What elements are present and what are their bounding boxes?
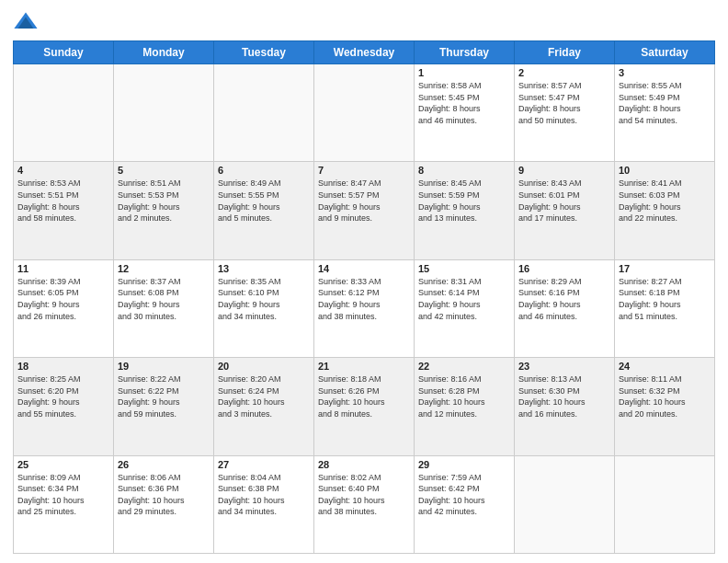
day-number: 24 [619, 361, 711, 372]
day-info: Sunrise: 8:13 AMSunset: 6:30 PMDaylight:… [518, 373, 610, 419]
day-info: Sunrise: 8:11 AMSunset: 6:32 PMDaylight:… [619, 373, 711, 419]
day-number: 8 [418, 165, 510, 176]
day-number: 9 [518, 165, 610, 176]
day-info: Sunrise: 8:33 AMSunset: 6:12 PMDaylight:… [318, 276, 410, 322]
calendar-cell [314, 64, 415, 162]
header [13, 9, 715, 35]
day-number: 1 [418, 67, 510, 78]
calendar-cell [515, 455, 615, 553]
day-info: Sunrise: 7:59 AMSunset: 6:42 PMDaylight:… [418, 472, 510, 518]
day-header-sunday: Sunday [14, 41, 114, 64]
calendar-cell: 7Sunrise: 8:47 AMSunset: 5:57 PMDaylight… [314, 162, 415, 259]
day-number: 29 [418, 459, 510, 470]
calendar-cell: 26Sunrise: 8:06 AMSunset: 6:36 PMDayligh… [114, 455, 214, 553]
day-number: 14 [318, 263, 410, 274]
day-info: Sunrise: 8:37 AMSunset: 6:08 PMDaylight:… [118, 276, 210, 322]
day-number: 25 [17, 459, 109, 470]
day-info: Sunrise: 8:45 AMSunset: 5:59 PMDaylight:… [418, 178, 510, 224]
calendar-cell: 13Sunrise: 8:35 AMSunset: 6:10 PMDayligh… [214, 259, 314, 357]
day-info: Sunrise: 8:06 AMSunset: 6:36 PMDaylight:… [118, 472, 210, 518]
day-header-wednesday: Wednesday [314, 41, 415, 64]
calendar-cell: 16Sunrise: 8:29 AMSunset: 6:16 PMDayligh… [515, 259, 615, 357]
calendar-cell: 10Sunrise: 8:41 AMSunset: 6:03 PMDayligh… [615, 162, 715, 259]
calendar-cell [214, 64, 314, 162]
calendar-cell: 9Sunrise: 8:43 AMSunset: 6:01 PMDaylight… [515, 162, 615, 259]
day-number: 19 [118, 361, 210, 372]
logo-icon [13, 9, 39, 35]
calendar-cell: 22Sunrise: 8:16 AMSunset: 6:28 PMDayligh… [415, 358, 515, 455]
calendar-cell: 17Sunrise: 8:27 AMSunset: 6:18 PMDayligh… [615, 259, 715, 357]
day-info: Sunrise: 8:58 AMSunset: 5:45 PMDaylight:… [418, 80, 510, 126]
calendar-cell: 12Sunrise: 8:37 AMSunset: 6:08 PMDayligh… [114, 259, 214, 357]
calendar-cell: 4Sunrise: 8:53 AMSunset: 5:51 PMDaylight… [14, 162, 114, 259]
day-number: 26 [118, 459, 210, 470]
calendar-cell: 23Sunrise: 8:13 AMSunset: 6:30 PMDayligh… [515, 358, 615, 455]
day-info: Sunrise: 8:41 AMSunset: 6:03 PMDaylight:… [619, 178, 711, 224]
calendar-cell: 19Sunrise: 8:22 AMSunset: 6:22 PMDayligh… [114, 358, 214, 455]
calendar-week-row: 4Sunrise: 8:53 AMSunset: 5:51 PMDaylight… [14, 162, 715, 259]
day-info: Sunrise: 8:39 AMSunset: 6:05 PMDaylight:… [17, 276, 109, 322]
page: SundayMondayTuesdayWednesdayThursdayFrid… [0, 0, 728, 563]
day-number: 17 [619, 263, 711, 274]
day-info: Sunrise: 8:25 AMSunset: 6:20 PMDaylight:… [17, 373, 109, 419]
calendar-cell: 20Sunrise: 8:20 AMSunset: 6:24 PMDayligh… [214, 358, 314, 455]
calendar-cell: 21Sunrise: 8:18 AMSunset: 6:26 PMDayligh… [314, 358, 415, 455]
calendar-cell [14, 64, 114, 162]
day-number: 16 [518, 263, 610, 274]
day-info: Sunrise: 8:57 AMSunset: 5:47 PMDaylight:… [518, 80, 610, 126]
calendar-cell: 27Sunrise: 8:04 AMSunset: 6:38 PMDayligh… [214, 455, 314, 553]
day-number: 20 [218, 361, 310, 372]
calendar-cell: 25Sunrise: 8:09 AMSunset: 6:34 PMDayligh… [14, 455, 114, 553]
calendar-cell: 8Sunrise: 8:45 AMSunset: 5:59 PMDaylight… [415, 162, 515, 259]
day-number: 15 [418, 263, 510, 274]
day-info: Sunrise: 8:51 AMSunset: 5:53 PMDaylight:… [118, 178, 210, 224]
calendar: SundayMondayTuesdayWednesdayThursdayFrid… [13, 40, 715, 554]
day-info: Sunrise: 8:09 AMSunset: 6:34 PMDaylight:… [17, 472, 109, 518]
calendar-cell [615, 455, 715, 553]
calendar-header-row: SundayMondayTuesdayWednesdayThursdayFrid… [14, 41, 715, 64]
calendar-cell: 24Sunrise: 8:11 AMSunset: 6:32 PMDayligh… [615, 358, 715, 455]
day-number: 23 [518, 361, 610, 372]
calendar-week-row: 18Sunrise: 8:25 AMSunset: 6:20 PMDayligh… [14, 358, 715, 455]
day-number: 21 [318, 361, 410, 372]
calendar-cell: 15Sunrise: 8:31 AMSunset: 6:14 PMDayligh… [415, 259, 515, 357]
day-info: Sunrise: 8:53 AMSunset: 5:51 PMDaylight:… [17, 178, 109, 224]
day-number: 11 [17, 263, 109, 274]
day-info: Sunrise: 8:35 AMSunset: 6:10 PMDaylight:… [218, 276, 310, 322]
calendar-cell: 5Sunrise: 8:51 AMSunset: 5:53 PMDaylight… [114, 162, 214, 259]
calendar-cell: 29Sunrise: 7:59 AMSunset: 6:42 PMDayligh… [415, 455, 515, 553]
day-info: Sunrise: 8:20 AMSunset: 6:24 PMDaylight:… [218, 373, 310, 419]
day-number: 18 [17, 361, 109, 372]
calendar-cell: 28Sunrise: 8:02 AMSunset: 6:40 PMDayligh… [314, 455, 415, 553]
day-info: Sunrise: 8:43 AMSunset: 6:01 PMDaylight:… [518, 178, 610, 224]
calendar-week-row: 25Sunrise: 8:09 AMSunset: 6:34 PMDayligh… [14, 455, 715, 553]
calendar-cell: 1Sunrise: 8:58 AMSunset: 5:45 PMDaylight… [415, 64, 515, 162]
day-info: Sunrise: 8:22 AMSunset: 6:22 PMDaylight:… [118, 373, 210, 419]
day-number: 13 [218, 263, 310, 274]
day-header-friday: Friday [515, 41, 615, 64]
day-info: Sunrise: 8:16 AMSunset: 6:28 PMDaylight:… [418, 373, 510, 419]
day-info: Sunrise: 8:04 AMSunset: 6:38 PMDaylight:… [218, 472, 310, 518]
day-header-monday: Monday [114, 41, 214, 64]
day-header-saturday: Saturday [615, 41, 715, 64]
day-info: Sunrise: 8:31 AMSunset: 6:14 PMDaylight:… [418, 276, 510, 322]
day-info: Sunrise: 8:29 AMSunset: 6:16 PMDaylight:… [518, 276, 610, 322]
calendar-week-row: 1Sunrise: 8:58 AMSunset: 5:45 PMDaylight… [14, 64, 715, 162]
calendar-cell: 2Sunrise: 8:57 AMSunset: 5:47 PMDaylight… [515, 64, 615, 162]
day-number: 7 [318, 165, 410, 176]
calendar-cell: 18Sunrise: 8:25 AMSunset: 6:20 PMDayligh… [14, 358, 114, 455]
day-info: Sunrise: 8:49 AMSunset: 5:55 PMDaylight:… [218, 178, 310, 224]
day-number: 28 [318, 459, 410, 470]
logo [13, 9, 42, 35]
day-number: 12 [118, 263, 210, 274]
day-number: 10 [619, 165, 711, 176]
day-header-tuesday: Tuesday [214, 41, 314, 64]
calendar-cell [114, 64, 214, 162]
calendar-week-row: 11Sunrise: 8:39 AMSunset: 6:05 PMDayligh… [14, 259, 715, 357]
calendar-cell: 14Sunrise: 8:33 AMSunset: 6:12 PMDayligh… [314, 259, 415, 357]
day-info: Sunrise: 8:55 AMSunset: 5:49 PMDaylight:… [619, 80, 711, 126]
day-info: Sunrise: 8:18 AMSunset: 6:26 PMDaylight:… [318, 373, 410, 419]
day-number: 4 [17, 165, 109, 176]
day-header-thursday: Thursday [415, 41, 515, 64]
calendar-cell: 3Sunrise: 8:55 AMSunset: 5:49 PMDaylight… [615, 64, 715, 162]
